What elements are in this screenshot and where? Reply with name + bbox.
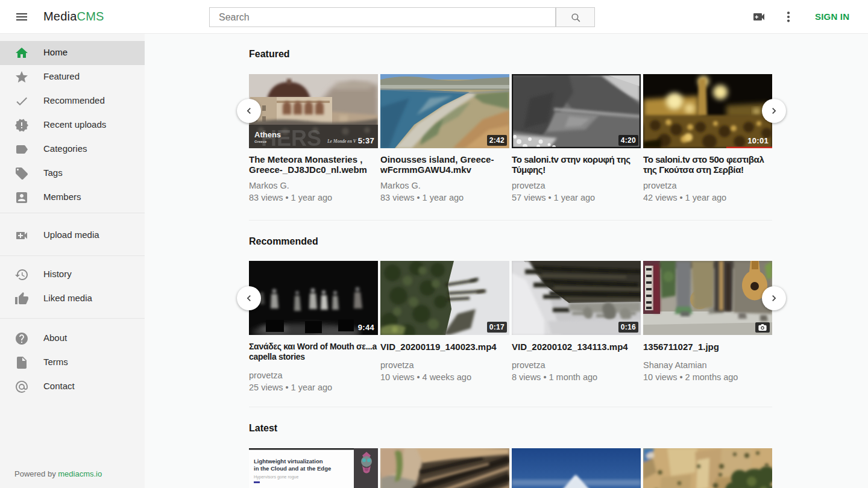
svg-text:in the Cloud and at the Edge: in the Cloud and at the Edge <box>254 465 331 472</box>
svg-text:Lightweight virtualization: Lightweight virtualization <box>254 458 323 465</box>
svg-text:Hypervisors gone rogue: Hypervisors gone rogue <box>254 475 298 480</box>
